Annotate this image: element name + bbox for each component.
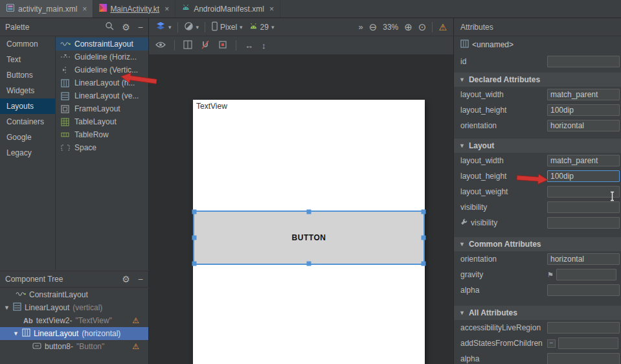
android-manifest-icon: [181, 4, 190, 14]
resize-handle-e[interactable]: [422, 236, 426, 240]
align-horizontal-icon[interactable]: ↔: [245, 41, 253, 50]
warning-icon[interactable]: ⚠: [132, 343, 139, 350]
resize-handle-se[interactable]: [422, 262, 426, 266]
palette-item-tablerow[interactable]: TableRow: [56, 128, 148, 141]
resize-handle-s[interactable]: [307, 262, 311, 266]
hide-panel-icon[interactable]: −: [138, 23, 143, 32]
tab-mainactivity-kt[interactable]: MainActivity.kt ×: [93, 0, 175, 17]
android-studio-layout-editor: activity_main.xml × MainActivity.kt × An…: [0, 0, 621, 364]
close-icon[interactable]: ×: [269, 5, 274, 14]
orientation-input[interactable]: [547, 120, 620, 131]
tab-androidmanifest-xml[interactable]: AndroidManifest.xml ×: [175, 0, 280, 17]
component-tree-header: Component Tree ⚙ −: [0, 271, 149, 288]
palette-item-label: LinearLayout (h...: [74, 78, 135, 87]
palette-item-tablelayout[interactable]: TableLayout: [56, 115, 148, 128]
palette-item-constraintlayout[interactable]: ConstraintLayout: [56, 38, 148, 51]
palette-item-linearlayout-vertical[interactable]: LinearLayout (ve...: [56, 89, 148, 102]
tree-item-constraintlayout[interactable]: ConstraintLayout: [0, 288, 148, 301]
expand-arrow-icon[interactable]: ▼: [13, 331, 19, 337]
tools-visibility-input[interactable]: [547, 217, 620, 229]
zoom-out-icon[interactable]: ⊖: [369, 22, 378, 32]
orientation-input[interactable]: [547, 253, 620, 265]
design-toolbar: ▾ ▾ Pixel ▾ 29 ▾ » ⊖ 33% ⊕ ⊙: [149, 18, 453, 36]
warnings-icon[interactable]: ⚠: [438, 23, 447, 32]
device-selector[interactable]: Pixel ▾: [211, 21, 243, 33]
section-layout[interactable]: ▼ Layout: [454, 139, 621, 153]
attributes-panel: <unnamed> id ▼ Declared Attributes layou…: [453, 36, 621, 364]
default-margins-icon[interactable]: [218, 40, 227, 51]
flag-icon[interactable]: ⚑: [547, 271, 554, 279]
canvas-button[interactable]: BUTTON: [292, 233, 326, 242]
zoom-in-icon[interactable]: ⊕: [404, 22, 412, 32]
expand-arrow-icon[interactable]: ▼: [4, 305, 10, 311]
resize-handle-nw[interactable]: [192, 210, 197, 214]
category-buttons[interactable]: Buttons: [0, 67, 55, 83]
zoom-to-fit-icon[interactable]: ⊙: [418, 22, 427, 32]
section-declared-attributes[interactable]: ▼ Declared Attributes: [454, 73, 621, 87]
tab-label: activity_main.xml: [18, 5, 77, 14]
layout-width-input[interactable]: [547, 89, 620, 100]
resize-handle-n[interactable]: [307, 210, 311, 214]
toolbar-overflow-icon[interactable]: »: [358, 22, 363, 32]
alpha-input[interactable]: [547, 353, 620, 364]
gear-icon[interactable]: ⚙: [122, 23, 130, 32]
warning-icon[interactable]: ⚠: [132, 317, 139, 324]
palette-item-guideline-horizontal[interactable]: Guideline (Horiz...: [56, 51, 148, 63]
align-vertical-icon[interactable]: ↕: [262, 41, 266, 50]
tree-item-button8[interactable]: button8- "Button" ⚠: [0, 340, 148, 353]
gear-icon[interactable]: ⚙: [122, 275, 130, 284]
section-all-attributes[interactable]: ▼ All Attributes: [454, 306, 621, 320]
canvas-textview[interactable]: TextView: [196, 102, 227, 111]
design-canvas[interactable]: TextView BUTTON: [149, 54, 453, 364]
palette-item-label: FrameLayout: [74, 104, 120, 113]
tree-item-label: LinearLayout: [34, 329, 78, 338]
tree-item-linearlayout-vertical[interactable]: ▼ LinearLayout (vertical): [0, 301, 148, 314]
attr-label: gravity: [460, 270, 547, 279]
visibility-input[interactable]: [547, 201, 620, 213]
resize-handle-w[interactable]: [192, 236, 197, 240]
accessibilityliveregion-input[interactable]: [547, 322, 620, 334]
theme-selector[interactable]: ▾: [184, 21, 199, 33]
category-common[interactable]: Common: [0, 36, 55, 52]
palette-item-space[interactable]: Space: [56, 141, 148, 154]
category-widgets[interactable]: Widgets: [0, 83, 55, 98]
id-input[interactable]: [547, 56, 620, 67]
section-common-attributes[interactable]: ▼ Common Attributes: [454, 237, 621, 251]
palette-item-guideline-vertical[interactable]: Guideline (Vertic...: [56, 63, 148, 76]
device-screen[interactable]: TextView BUTTON: [193, 100, 425, 364]
tree-item-textview2[interactable]: Ab textView2- "TextView" ⚠: [0, 314, 148, 327]
palette-item-linearlayout-horizontal[interactable]: LinearLayout (h...: [56, 76, 148, 89]
tree-item-linearlayout-horizontal[interactable]: ▼ LinearLayout (horizontal): [0, 327, 148, 340]
design-surface-selector[interactable]: ▾: [155, 21, 172, 33]
magnet-off-icon[interactable]: [201, 40, 210, 51]
blueprint-split-icon[interactable]: [183, 40, 192, 51]
tablelayout-icon: [60, 118, 71, 126]
api-selector[interactable]: 29 ▾: [249, 22, 275, 32]
resize-handle-ne[interactable]: [422, 210, 426, 214]
category-google[interactable]: Google: [0, 130, 55, 145]
close-icon[interactable]: ×: [164, 5, 169, 14]
resize-handle-sw[interactable]: [192, 262, 197, 266]
tab-activity-main-xml[interactable]: activity_main.xml ×: [0, 0, 93, 17]
layout-weight-input[interactable]: [547, 186, 620, 198]
close-icon[interactable]: ×: [82, 5, 87, 14]
framelayout-icon: [60, 105, 71, 113]
category-text[interactable]: Text: [0, 52, 55, 67]
category-containers[interactable]: Containers: [0, 114, 55, 130]
selected-linearlayout[interactable]: BUTTON: [193, 210, 425, 265]
category-legacy[interactable]: Legacy: [0, 145, 55, 161]
palette-item-framelayout[interactable]: FrameLayout: [56, 102, 148, 115]
gravity-input[interactable]: [556, 269, 616, 280]
layers-icon: [155, 21, 166, 33]
addstatesfromchildren-input[interactable]: [558, 337, 618, 349]
category-layouts[interactable]: Layouts: [0, 98, 55, 114]
layout-height-input[interactable]: [547, 104, 620, 116]
tristate-checkbox[interactable]: −: [547, 339, 556, 348]
alpha-input[interactable]: [547, 284, 620, 296]
search-icon[interactable]: [105, 21, 114, 32]
layout-height-input[interactable]: [547, 170, 620, 182]
hide-panel-icon[interactable]: −: [138, 275, 143, 284]
tree-item-label: textView2-: [36, 316, 73, 325]
view-options-eye-icon[interactable]: [155, 41, 166, 51]
layout-width-input[interactable]: [547, 155, 620, 166]
